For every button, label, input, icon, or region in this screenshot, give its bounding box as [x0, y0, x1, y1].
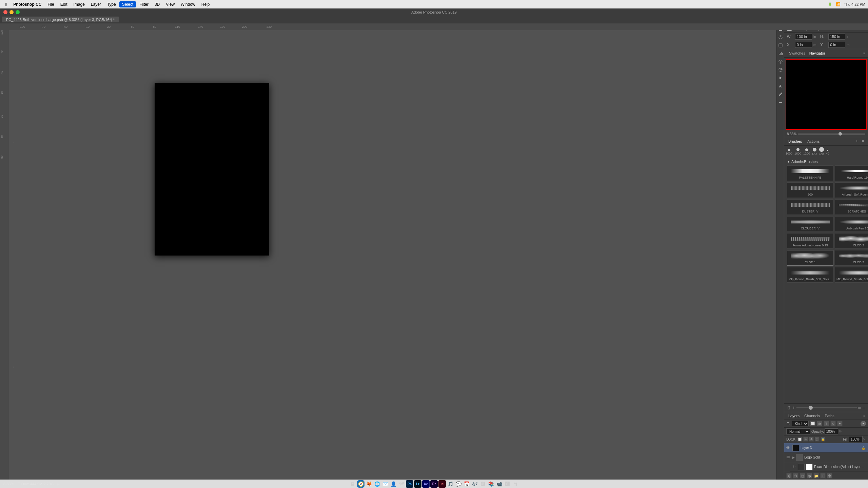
- type-menu[interactable]: Type: [104, 1, 119, 7]
- lock-all-icon[interactable]: 🔒: [821, 437, 825, 442]
- maximize-button[interactable]: [16, 10, 20, 14]
- type-icon-btn[interactable]: A: [777, 82, 784, 90]
- close-button[interactable]: [3, 10, 7, 14]
- fill-input[interactable]: [849, 436, 863, 442]
- x-input[interactable]: [795, 42, 812, 48]
- delete-layer-btn[interactable]: 🗑: [827, 473, 832, 479]
- lock-position-icon[interactable]: ✛: [809, 437, 814, 442]
- dock-mail[interactable]: ✉️: [381, 480, 389, 488]
- apple-menu[interactable]: : [3, 2, 10, 7]
- filter-shape-btn[interactable]: ◇: [830, 421, 836, 426]
- select-menu[interactable]: Select: [119, 1, 136, 7]
- brush-clouder[interactable]: CLOUDER_V: [787, 216, 833, 232]
- brush-size-6[interactable]: 40: [826, 148, 829, 155]
- layers-options-icon[interactable]: ≡: [863, 414, 865, 418]
- brush-duster[interactable]: DUSTER_V: [787, 199, 833, 215]
- filter-adj-btn[interactable]: ◑: [817, 421, 822, 426]
- zoom-slider-thumb[interactable]: [839, 132, 842, 136]
- height-input[interactable]: [828, 34, 845, 40]
- dock-books[interactable]: 📚: [487, 480, 495, 488]
- filter-toggle[interactable]: ●: [861, 421, 866, 426]
- canvas-area[interactable]: ↑↓: [9, 30, 784, 480]
- add-mask-btn[interactable]: ◻: [800, 473, 805, 479]
- layers-tab[interactable]: Layers: [787, 413, 801, 418]
- edit-menu[interactable]: Edit: [58, 1, 70, 7]
- brush-scratches[interactable]: SCRATCHES_V: [835, 199, 868, 215]
- dock-chrome[interactable]: 🌐: [373, 480, 381, 488]
- brush-200[interactable]: 200: [787, 182, 833, 198]
- dock-indesign[interactable]: Id: [438, 480, 446, 488]
- layer3-options[interactable]: 🔒: [861, 445, 866, 451]
- logogold-expand[interactable]: ▶: [792, 456, 795, 459]
- extra-icon-btn[interactable]: [777, 99, 784, 106]
- dock-spotify[interactable]: 🎵: [447, 480, 454, 488]
- brush-size-track[interactable]: [796, 407, 857, 408]
- dock-safari[interactable]: 🧭: [357, 480, 364, 488]
- brush-settings-icon-btn[interactable]: [777, 90, 784, 98]
- dock-ae[interactable]: Ae: [422, 480, 430, 488]
- dock-premiere[interactable]: Pr: [430, 480, 438, 488]
- link-layers-btn[interactable]: ⛓: [786, 473, 792, 479]
- blend-mode-select[interactable]: Normal: [786, 428, 810, 434]
- add-adjustment-btn[interactable]: ◑: [807, 473, 812, 479]
- brushes-tab[interactable]: Brushes: [787, 139, 803, 144]
- filter-menu[interactable]: Filter: [137, 1, 151, 7]
- width-input[interactable]: [795, 34, 812, 40]
- lock-artboard-icon[interactable]: ⬚: [815, 437, 820, 442]
- brush-grid-icon[interactable]: ⊞: [858, 406, 861, 410]
- 3d-menu[interactable]: 3D: [152, 1, 162, 7]
- app-name-menu[interactable]: Photoshop CC: [11, 1, 44, 7]
- dock-firefox[interactable]: 🦊: [365, 480, 373, 488]
- layer-row-exactdim-copy[interactable]: 👁 Exact Dimension (Adjust Layer Opacity)…: [790, 462, 868, 472]
- dock-whatsapp[interactable]: 💬: [455, 480, 462, 488]
- new-layer-btn[interactable]: +: [820, 473, 826, 479]
- brush-paletteknife[interactable]: PALETTEKNIFE: [787, 165, 833, 181]
- action-icon-btn[interactable]: [777, 74, 784, 82]
- adjustments-icon-btn[interactable]: [777, 34, 784, 41]
- nav-options[interactable]: ≡: [863, 52, 865, 55]
- dock-appstore[interactable]: 🅰: [504, 480, 511, 488]
- brush-size-5[interactable]: 400: [819, 147, 824, 156]
- actions-tab[interactable]: Actions: [806, 139, 821, 144]
- navigator-tab[interactable]: Navigator: [807, 50, 827, 56]
- info-icon-btn[interactable]: i: [777, 58, 784, 65]
- brush-size-1[interactable]: 1000: [786, 148, 792, 155]
- brush-clod1[interactable]: CLOD 1: [787, 250, 833, 266]
- dock-finder[interactable]: 🖥: [349, 480, 356, 488]
- window-menu[interactable]: Window: [178, 1, 198, 7]
- minimize-button[interactable]: [9, 10, 14, 14]
- layers-kind-filter[interactable]: Kind: [792, 421, 809, 426]
- brush-size-3[interactable]: 1200: [803, 148, 810, 155]
- logogold-visibility[interactable]: 👁: [786, 455, 791, 460]
- brush-group-header[interactable]: ▼ AdonhsBrushes: [786, 159, 867, 165]
- brush-add-icon[interactable]: +: [792, 405, 795, 410]
- brush-size-4[interactable]: OO: [812, 148, 817, 156]
- lock-pixels-icon[interactable]: ⬜: [797, 437, 802, 442]
- styles-icon-btn[interactable]: [777, 42, 784, 49]
- filter-text-btn[interactable]: T: [824, 421, 829, 426]
- brush-airbrush-soft[interactable]: Airbrush Soft Round 100: [835, 182, 868, 198]
- new-group-btn[interactable]: 📁: [813, 473, 819, 479]
- channels-tab[interactable]: Channels: [803, 413, 821, 418]
- histogram-icon-btn[interactable]: [777, 50, 784, 57]
- brush-clod2[interactable]: CLOD 2: [835, 233, 868, 249]
- filter-smart-btn[interactable]: ✦: [837, 421, 843, 426]
- layer-row-logogold[interactable]: 👁 ▶ Logo Gold: [784, 453, 868, 462]
- file-menu[interactable]: File: [45, 1, 57, 7]
- dock-facetime[interactable]: 📹: [495, 480, 503, 488]
- y-input[interactable]: [828, 42, 845, 48]
- dock-lightroom[interactable]: Lr: [414, 480, 421, 488]
- brush-mip2[interactable]: Mlp_Round_Brush_Soft_Texture: [835, 267, 868, 283]
- layer-row-layer3[interactable]: 👁 Layer 3 🔒: [784, 443, 868, 453]
- add-style-btn[interactable]: fx: [793, 473, 798, 479]
- lock-image-icon[interactable]: ✏: [803, 437, 808, 442]
- image-menu[interactable]: Image: [71, 1, 87, 7]
- dock-contacts[interactable]: 👤: [390, 480, 397, 488]
- layer-menu[interactable]: Layer: [88, 1, 104, 7]
- zoom-slider[interactable]: [798, 134, 865, 135]
- opacity-input[interactable]: [825, 428, 838, 434]
- brush-size-2[interactable]: 1600: [794, 148, 801, 155]
- dock-photos[interactable]: 🖼: [479, 480, 487, 488]
- brush-list-icon[interactable]: ☰: [862, 406, 865, 410]
- brushes-menu-icon[interactable]: ≡: [861, 139, 865, 144]
